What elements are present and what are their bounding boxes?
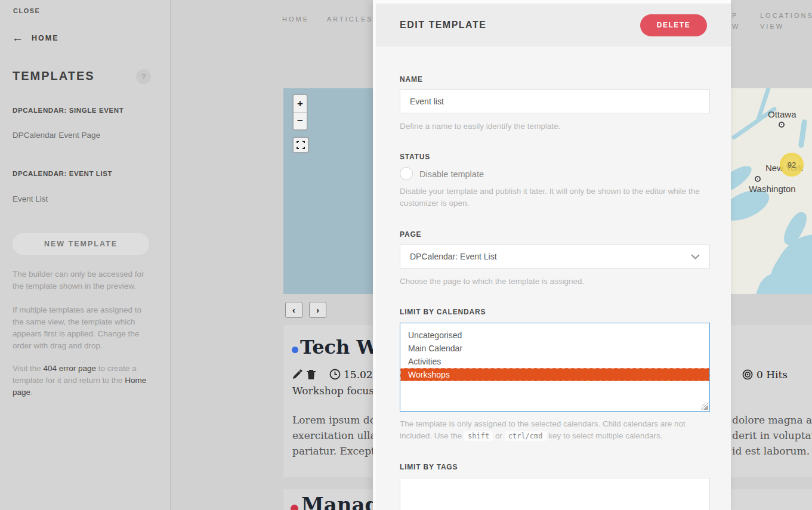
page-select[interactable]: DPCalendar: Event List — [400, 245, 710, 268]
calendar-option[interactable]: Uncategorised — [400, 329, 709, 342]
tags-input[interactable] — [400, 478, 710, 510]
new-template-button[interactable]: NEW TEMPLATE — [12, 232, 150, 256]
name-label: NAME — [400, 75, 423, 84]
nav-item-home[interactable]: HOME — [282, 16, 309, 23]
ctrl-cmd-key-badge: ctrl/cmd — [505, 431, 547, 441]
event-bullet-icon — [292, 347, 298, 353]
clock-icon — [329, 369, 341, 382]
status-help-text: Disable your template and publish it lat… — [400, 186, 711, 209]
edit-template-header: EDIT TEMPLATE DELETE — [376, 4, 731, 47]
nav-item-articles[interactable]: ARTICLES — [327, 16, 373, 23]
template-customizer: HOME ARTICLES P W LOCATIONS VIEW + − Ott… — [0, 0, 812, 510]
help-text: key to select multiple calendars. — [547, 431, 663, 440]
link-404-error-page[interactable]: 404 error page — [44, 364, 97, 373]
note-text: Visit the — [13, 364, 44, 373]
shift-key-badge: shift — [464, 431, 493, 441]
nav-truncated-line1: P — [732, 10, 740, 21]
back-arrow-icon: ← — [12, 32, 23, 44]
nav-locations-line2: VIEW — [760, 21, 812, 32]
hits-bullseye-icon — [742, 369, 753, 382]
section-heading-event-list: DPCALENDAR: EVENT LIST — [13, 170, 112, 177]
nav-truncated-line2: W — [732, 21, 740, 32]
sidebar-note-builder-access: The builder can only be accessed for the… — [13, 268, 152, 292]
page-select-value: DPCalendar: Event List — [410, 252, 497, 261]
help-text: or — [493, 431, 505, 440]
event-hits: 0 Hits — [757, 369, 788, 381]
disable-template-label[interactable]: Disable template — [419, 169, 484, 179]
chevron-down-icon — [691, 254, 700, 259]
name-input[interactable]: Event list — [400, 89, 710, 113]
map-canvas-left[interactable]: + − — [283, 88, 373, 294]
map-fullscreen-button[interactable] — [292, 137, 309, 153]
calendars-listbox[interactable]: Uncategorised Main Calendar Activities W… — [400, 323, 710, 412]
sidebar-title: TEMPLATES — [13, 69, 95, 83]
sidebar-note-404: Visit the 404 error page to create a tem… — [13, 363, 152, 398]
calendar-option-selected[interactable]: Workshops — [400, 368, 709, 381]
sidebar-home-button[interactable]: ← HOME — [12, 32, 59, 44]
limit-by-calendars-label: LIMIT BY CALENDARS — [400, 308, 486, 316]
sidebar-note-template-order: If multiple templates are assigned to th… — [13, 304, 152, 352]
edit-pencil-icon[interactable] — [292, 369, 302, 382]
map-label-washington: Washington — [749, 184, 796, 194]
calendars-help-text: The template is only assigned to the sel… — [400, 418, 711, 442]
limit-by-tags-label: LIMIT BY TAGS — [400, 463, 458, 471]
pagination-prev-button[interactable]: ‹ — [285, 302, 302, 318]
map-marker-washington[interactable] — [755, 176, 761, 182]
map-label-ottawa: Ottawa — [768, 109, 796, 119]
sidebar-home-label: HOME — [32, 34, 59, 42]
event-body-line: derit in voluptate v — [732, 428, 812, 443]
page-label: PAGE — [400, 230, 421, 239]
sidebar-item-event-list[interactable]: Event List — [13, 194, 48, 203]
nav-item-locations-view[interactable]: LOCATIONS VIEW — [760, 10, 812, 32]
listbox-resize-handle[interactable] — [701, 403, 708, 410]
event-body-line: id est laborum. — [732, 443, 812, 459]
event-body-text-right: dolore magna aliqu derit in voluptate v … — [732, 412, 812, 459]
map-zoom-control: + − — [292, 94, 308, 131]
name-help-text: Define a name to easily identify the tem… — [400, 120, 711, 132]
pagination-next-button[interactable]: › — [309, 302, 326, 318]
event-title[interactable]: Tech W — [300, 336, 378, 358]
map-water-lake — [798, 119, 808, 149]
sidebar-item-dpcalendar-event-page[interactable]: DPCalendar Event Page — [13, 131, 100, 140]
calendar-option[interactable]: Activities — [400, 355, 709, 368]
edit-template-panel: EDIT TEMPLATE DELETE NAME Event list Def… — [373, 0, 731, 510]
map-zoom-in-button[interactable]: + — [294, 95, 307, 112]
calendar-option[interactable]: Main Calendar — [400, 342, 709, 355]
fullscreen-icon — [297, 141, 305, 149]
section-heading-single-event: DPCALENDAR: SINGLE EVENT — [13, 107, 124, 114]
event-body-line: dolore magna aliqu — [732, 412, 812, 428]
trash-icon[interactable] — [306, 369, 316, 382]
status-label: STATUS — [400, 153, 430, 161]
help-icon[interactable]: ? — [136, 69, 151, 84]
note-text: . — [30, 388, 33, 397]
close-button[interactable]: CLOSE — [13, 7, 40, 14]
page-help-text: Choose the page to which the template is… — [400, 276, 711, 288]
map-cluster-marker[interactable]: 92 — [780, 153, 804, 177]
edit-template-title: EDIT TEMPLATE — [400, 20, 486, 30]
customizer-sidebar: CLOSE ← HOME TEMPLATES ? DPCALENDAR: SIN… — [0, 0, 171, 510]
delete-button[interactable]: DELETE — [640, 14, 707, 36]
map-marker-ottawa[interactable] — [779, 122, 785, 128]
map-zoom-out-button[interactable]: − — [294, 112, 307, 129]
event-bullet-icon — [291, 505, 298, 510]
map-canvas-right[interactable]: Ottawa New York 92 Washington — [731, 88, 812, 294]
disable-template-checkbox[interactable] — [400, 167, 413, 180]
nav-item-map-view-truncated[interactable]: P W — [732, 10, 740, 32]
nav-locations-line1: LOCATIONS — [760, 10, 812, 21]
